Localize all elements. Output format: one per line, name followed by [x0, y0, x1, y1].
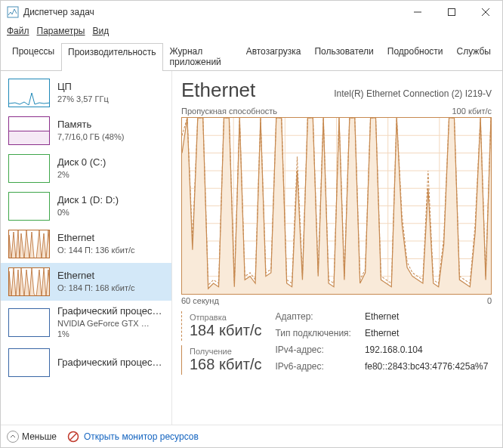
prop-conn-val: Ethernet	[365, 328, 488, 338]
menu-file[interactable]: Файл	[7, 26, 29, 36]
sidebar-item-sub: О: 184 П: 168 кбит/с	[57, 283, 135, 293]
fewer-details-button[interactable]: Меньше	[7, 431, 57, 443]
gpu-thumb-icon	[8, 308, 50, 337]
chart-axis-right: 0	[487, 296, 492, 305]
open-resource-monitor-label: Открыть монитор ресурсов	[84, 431, 199, 442]
send-value: 184 кбит/с	[190, 322, 261, 339]
chevron-up-icon	[7, 431, 19, 443]
prop-ipv4-key: IPv4-адрес:	[275, 344, 350, 355]
sidebar-item-sub: 27% 3,57 ГГц	[57, 94, 109, 104]
prop-adapter-val: Ethernet	[365, 311, 488, 322]
maximize-button[interactable]	[434, 1, 468, 23]
prop-ipv6-val: fe80::2843:bc43:4776:425a%7	[365, 361, 488, 372]
tab-performance[interactable]: Производительность	[61, 43, 162, 71]
fewer-details-label: Меньше	[22, 431, 57, 442]
prop-conn-key: Тип подключения:	[275, 328, 350, 338]
tabs: Процессы Производительность Журнал прило…	[1, 41, 502, 71]
sidebar-item-disk1[interactable]: Диск 1 (D: D:) 0%	[1, 187, 171, 225]
recv-block: Получение 168 кбит/с	[181, 345, 261, 375]
open-resource-monitor-link[interactable]: Открыть монитор ресурсов	[67, 431, 199, 443]
disk-thumb-icon	[8, 192, 50, 221]
sidebar-item-label: Графический процессор	[57, 357, 163, 369]
sidebar-item-gpu0[interactable]: Графический процессор NVIDIA GeForce GTX…	[1, 301, 171, 344]
prop-ipv4-val: 192.168.0.104	[365, 344, 488, 355]
sidebar-item-label: Ethernet	[57, 232, 135, 245]
svg-line-20	[70, 434, 76, 440]
sidebar-item-cpu[interactable]: ЦП 27% 3,57 ГГц	[1, 74, 171, 112]
ethernet-thumb-icon	[8, 230, 50, 258]
window-title: Диспетчер задач	[23, 7, 94, 17]
sidebar-item-memory[interactable]: Память 7,7/16,0 ГБ (48%)	[1, 112, 171, 150]
prop-adapter-key: Адаптер:	[275, 311, 350, 322]
tab-processes[interactable]: Процессы	[5, 42, 61, 70]
send-block: Отправка 184 кбит/с	[181, 311, 261, 341]
sidebar-item-sub: 2%	[57, 169, 106, 180]
page-title: Ethernet	[181, 79, 255, 102]
sidebar-item-label: Диск 0 (C:)	[57, 156, 106, 169]
prop-ipv6-key: IPv6-адрес:	[275, 361, 350, 372]
sidebar-item-disk0[interactable]: Диск 0 (C:) 2%	[1, 150, 171, 187]
sidebar-item-ethernet0[interactable]: Ethernet О: 144 П: 136 кбит/с	[1, 225, 171, 263]
adapter-name: Intel(R) Ethernet Connection (2) I219-V	[334, 88, 492, 99]
titlebar: Диспетчер задач	[1, 1, 502, 23]
send-label: Отправка	[190, 313, 261, 322]
cpu-thumb-icon	[8, 79, 50, 107]
sidebar-item-sub: 1%	[57, 329, 163, 339]
sidebar-item-sub: 0%	[57, 207, 119, 218]
menu-options[interactable]: Параметры	[37, 26, 85, 36]
tab-app-history[interactable]: Журнал приложений	[163, 42, 239, 70]
minimize-button[interactable]	[400, 1, 434, 23]
menu-view[interactable]: Вид	[92, 26, 109, 36]
footer: Меньше Открыть монитор ресурсов	[1, 425, 502, 447]
close-button[interactable]	[468, 1, 502, 23]
chart-label-left: Пропускная способность	[181, 107, 277, 116]
main-panel: Ethernet Intel(R) Ethernet Connection (2…	[172, 71, 502, 425]
sidebar-item-label: Графический процессор	[57, 305, 163, 318]
sidebar: ЦП 27% 3,57 ГГц Память 7,7/16,0 ГБ (48%)…	[1, 71, 172, 425]
tab-users[interactable]: Пользователи	[307, 42, 380, 70]
sidebar-item-label: Ethernet	[57, 270, 135, 283]
sidebar-item-label: Диск 1 (D: D:)	[57, 194, 119, 207]
tab-details[interactable]: Подробности	[381, 42, 450, 70]
sidebar-item-sub: О: 144 П: 136 кбит/с	[57, 245, 135, 255]
resource-monitor-icon	[67, 431, 79, 443]
menubar: Файл Параметры Вид	[1, 23, 502, 39]
sidebar-item-ethernet1[interactable]: Ethernet О: 184 П: 168 кбит/с	[1, 263, 171, 301]
disk-thumb-icon	[8, 154, 50, 183]
properties-grid: Адаптер: Ethernet Тип подключения: Ether…	[275, 311, 488, 375]
sidebar-item-label: ЦП	[57, 81, 109, 94]
sidebar-item-gpu1[interactable]: Графический процессор	[1, 344, 171, 382]
sidebar-item-sub: NVIDIA GeForce GTX …	[57, 318, 163, 329]
sidebar-item-label: Память	[57, 119, 124, 131]
gpu-thumb-icon	[8, 348, 50, 377]
recv-label: Получение	[190, 347, 261, 356]
tab-services[interactable]: Службы	[450, 42, 498, 70]
svg-rect-2	[448, 9, 455, 16]
sidebar-item-sub: 7,7/16,0 ГБ (48%)	[57, 131, 124, 142]
ethernet-thumb-icon	[8, 267, 50, 296]
app-icon	[7, 6, 19, 18]
throughput-chart	[181, 117, 492, 295]
body: ЦП 27% 3,57 ГГц Память 7,7/16,0 ГБ (48%)…	[1, 71, 502, 425]
tab-startup[interactable]: Автозагрузка	[239, 42, 308, 70]
memory-thumb-icon	[8, 116, 50, 145]
recv-value: 168 кбит/с	[190, 356, 261, 373]
chart-label-right: 100 кбит/с	[452, 107, 492, 116]
chart-axis-left: 60 секунд	[181, 296, 219, 305]
details: Отправка 184 кбит/с Получение 168 кбит/с…	[181, 311, 492, 375]
